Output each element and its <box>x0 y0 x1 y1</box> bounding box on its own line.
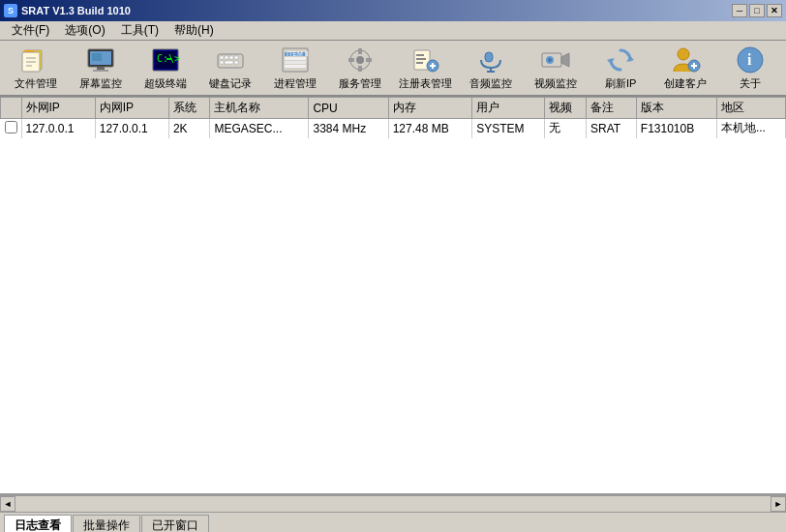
tool-create-client-label: 创建客户 <box>664 77 707 90</box>
row-external-ip: 127.0.0.1 <box>21 119 95 138</box>
tab-bar: 日志查看 批量操作 已开窗口 <box>0 513 786 532</box>
col-video: 视频 <box>545 98 587 119</box>
keyboard-log-icon <box>215 44 246 75</box>
svg-rect-32 <box>358 66 362 72</box>
col-external-ip: 外网IP <box>21 98 95 119</box>
tool-keyboard-log[interactable]: 键盘记录 <box>199 43 262 93</box>
tool-video-monitor[interactable]: 视频监控 <box>524 43 587 93</box>
svg-rect-19 <box>234 56 238 59</box>
svg-rect-10 <box>92 53 102 61</box>
row-version: F131010B <box>636 119 716 138</box>
svg-point-30 <box>356 56 364 64</box>
hscroll-right-btn[interactable]: ► <box>771 496 786 512</box>
main-table: 外网IP 内网IP 系统 主机名称 CPU 内存 用户 视频 备注 版本 地区 … <box>0 97 786 138</box>
tool-about[interactable]: i 关于 <box>719 43 782 93</box>
row-note: SRAT <box>587 119 637 138</box>
svg-rect-9 <box>93 70 108 72</box>
col-hostname: 主机名称 <box>210 98 309 119</box>
table-area[interactable]: 外网IP 内网IP 系统 主机名称 CPU 内存 用户 视频 备注 版本 地区 … <box>0 97 786 495</box>
svg-point-51 <box>678 48 689 60</box>
tool-about-label: 关于 <box>740 77 761 90</box>
toolbar: 文件管理 屏幕监控 C:\> 超级终端 <box>0 41 786 97</box>
tool-refresh-label: 刷新IP <box>605 77 636 90</box>
window-title: SRAT V1.3 Build 1010 <box>21 5 131 16</box>
tab-log-view[interactable]: 日志查看 <box>4 515 72 532</box>
tool-terminal-label: 超级终端 <box>144 77 187 90</box>
tool-video-label: 视频监控 <box>534 77 577 90</box>
col-region: 地区 <box>716 98 785 119</box>
row-memory: 127.48 MB <box>388 119 472 138</box>
menu-help[interactable]: 帮助(H) <box>166 20 222 41</box>
hscroll-bar: ◄ ► <box>0 495 786 511</box>
tab-open-windows[interactable]: 已开窗口 <box>141 515 209 532</box>
file-management-icon <box>20 44 51 75</box>
about-icon: i <box>735 44 766 75</box>
svg-rect-38 <box>416 62 423 64</box>
menu-file[interactable]: 文件(F) <box>4 20 57 41</box>
table-header-row: 外网IP 内网IP 系统 主机名称 CPU 内存 用户 视频 备注 版本 地区 <box>1 98 786 119</box>
tool-screen-monitor[interactable]: 屏幕监控 <box>69 43 132 93</box>
menu-tools[interactable]: 工具(T) <box>113 20 166 41</box>
maximize-button[interactable]: □ <box>749 4 765 17</box>
svg-rect-18 <box>229 56 233 59</box>
row-os: 2K <box>168 119 210 138</box>
registry-management-icon <box>410 44 441 75</box>
app-icon: S <box>4 4 17 17</box>
svg-rect-22 <box>234 61 238 64</box>
video-monitor-icon <box>540 44 571 75</box>
svg-text:i: i <box>747 51 752 68</box>
tool-audio-monitor[interactable]: 音频监控 <box>459 43 522 93</box>
svg-rect-20 <box>220 61 224 64</box>
svg-rect-34 <box>366 58 372 62</box>
svg-rect-8 <box>97 67 105 70</box>
tool-file-label: 文件管理 <box>15 77 57 90</box>
refresh-ip-icon <box>605 44 636 75</box>
process-management-icon: ITEM 8 <box>280 44 311 75</box>
col-version: 版本 <box>636 98 716 119</box>
tool-audio-label: 音频监控 <box>469 77 512 90</box>
title-bar-left: S SRAT V1.3 Build 1010 <box>4 4 131 17</box>
row-video: 无 <box>545 119 587 138</box>
tool-registry-label: 注册表管理 <box>399 77 452 90</box>
row-hostname: MEGASEC... <box>210 119 309 138</box>
row-cpu: 3384 MHz <box>309 119 388 138</box>
table-row[interactable]: 127.0.0.1 127.0.0.1 2K MEGASEC... 3384 M… <box>1 119 786 138</box>
svg-point-48 <box>548 58 552 62</box>
screen-monitor-icon <box>85 44 116 75</box>
tab-batch-ops[interactable]: 批量操作 <box>73 515 140 532</box>
tool-registry-management[interactable]: 注册表管理 <box>394 43 457 93</box>
svg-text:ITEM 8: ITEM 8 <box>287 50 309 57</box>
tool-file-management[interactable]: 文件管理 <box>4 43 67 93</box>
svg-rect-21 <box>225 61 233 64</box>
tool-create-client[interactable]: 创建客户 <box>654 43 717 93</box>
hscroll-track[interactable] <box>15 496 771 512</box>
bottom-section: 日志查看 批量操作 已开窗口 时间 事件 [17:07:58] 开始监听8800… <box>0 511 786 532</box>
svg-rect-31 <box>358 48 362 54</box>
row-checkbox[interactable] <box>1 119 22 138</box>
row-region: 本机地... <box>716 119 785 138</box>
super-terminal-icon: C:\> <box>150 44 181 75</box>
close-button[interactable]: ✕ <box>767 4 782 17</box>
col-checkbox <box>1 98 22 119</box>
hscroll-left-btn[interactable]: ◄ <box>0 496 15 512</box>
minimize-button[interactable]: ─ <box>732 4 747 17</box>
row-internal-ip: 127.0.0.1 <box>95 119 168 138</box>
tool-service-management[interactable]: 服务管理 <box>329 43 392 93</box>
tool-process-management[interactable]: ITEM 8 进程管理 <box>264 43 327 93</box>
audio-monitor-icon <box>475 44 506 75</box>
table-body: 127.0.0.1 127.0.0.1 2K MEGASEC... 3384 M… <box>1 119 786 138</box>
col-note: 备注 <box>587 98 637 119</box>
svg-rect-33 <box>348 58 354 62</box>
col-user: 用户 <box>472 98 545 119</box>
tool-service-label: 服务管理 <box>339 77 381 90</box>
tool-keyboard-label: 键盘记录 <box>209 77 252 90</box>
main-container: 外网IP 内网IP 系统 主机名称 CPU 内存 用户 视频 备注 版本 地区 … <box>0 97 786 511</box>
tool-refresh-ip[interactable]: 刷新IP <box>590 43 652 93</box>
svg-rect-27 <box>285 61 306 64</box>
col-internal-ip: 内网IP <box>95 98 168 119</box>
col-cpu: CPU <box>309 98 388 119</box>
menu-options[interactable]: 选项(O) <box>57 20 112 41</box>
svg-marker-46 <box>561 53 569 67</box>
tool-super-terminal[interactable]: C:\> 超级终端 <box>134 43 196 93</box>
svg-rect-36 <box>416 54 424 56</box>
